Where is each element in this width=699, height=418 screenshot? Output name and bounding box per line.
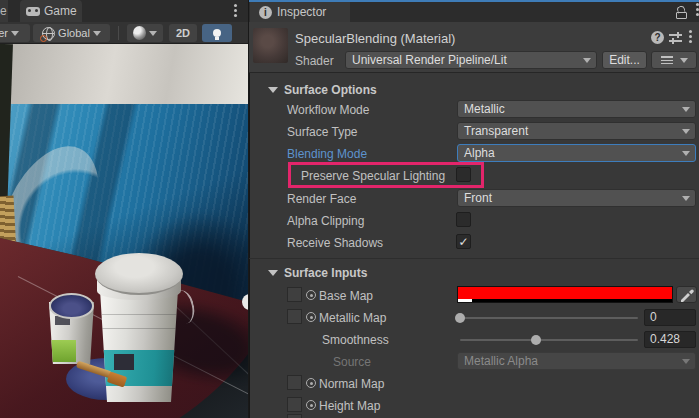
source-value: Metallic Alpha	[464, 354, 538, 368]
smoothness-value-field[interactable]: 0.428	[644, 331, 696, 348]
scene-lighting-toggle[interactable]	[202, 24, 232, 42]
blending-mode-value: Alpha	[464, 146, 495, 160]
render-face-label: Render Face	[287, 192, 356, 206]
surface-type-dropdown[interactable]: Transparent	[457, 122, 696, 140]
gamepad-icon	[26, 7, 40, 16]
normal-map-texture-slot[interactable]	[287, 375, 302, 390]
shader-menu-button[interactable]	[651, 51, 697, 69]
surface-options-foldout[interactable]: Surface Options	[268, 83, 377, 97]
game-tab-label: Game	[44, 4, 77, 18]
chevron-down-icon	[149, 31, 157, 36]
game-menu-kebab-icon[interactable]	[234, 9, 237, 12]
eyedropper-button[interactable]	[676, 286, 697, 303]
info-icon: i	[259, 6, 272, 19]
foldout-triangle-icon	[268, 270, 278, 276]
lightbulb-icon	[213, 29, 221, 37]
height-map-texture-slot[interactable]	[287, 397, 302, 412]
metallic-map-texture-slot[interactable]	[287, 309, 302, 324]
pivot-mode-label: ter	[0, 27, 8, 39]
edit-shader-button[interactable]: Edit...	[602, 51, 647, 69]
base-map-label: Base Map	[319, 289, 373, 303]
chevron-down-icon	[682, 151, 690, 156]
annotation-box	[288, 162, 484, 188]
chevron-down-icon	[682, 359, 690, 364]
workflow-mode-value: Metallic	[464, 102, 505, 116]
texture-target-icon	[306, 290, 316, 300]
base-map-texture-slot[interactable]	[287, 287, 302, 302]
material-preview-thumbnail[interactable]	[253, 28, 288, 63]
tab-game[interactable]: Game	[20, 0, 82, 22]
render-face-dropdown[interactable]: Front	[457, 189, 696, 207]
game-panel: e Game ter Global 2D	[0, 0, 248, 418]
base-map-color-swatch[interactable]	[457, 286, 673, 303]
shading-mode-button[interactable]	[127, 24, 163, 42]
globe-icon	[42, 27, 55, 40]
texture-target-icon	[306, 400, 316, 410]
toolbar-divider	[118, 26, 119, 40]
partial-tab[interactable]: e	[0, 0, 8, 22]
metallic-slider-handle[interactable]	[455, 313, 465, 323]
bucket-lid	[95, 253, 183, 295]
blending-mode-label: Blending Mode	[287, 147, 367, 161]
unpainted-wall-top	[0, 44, 248, 104]
help-icon[interactable]: ?	[651, 31, 664, 44]
game-tab-bar: e Game	[0, 0, 248, 22]
unity-editor: e Game ter Global 2D	[0, 0, 699, 418]
game-viewport[interactable]	[0, 44, 248, 418]
chevron-down-icon	[682, 129, 690, 134]
metallic-slider[interactable]	[460, 317, 638, 319]
lock-open-icon[interactable]	[676, 6, 687, 19]
bucket-logo	[114, 354, 134, 370]
smoothness-slider[interactable]	[460, 339, 638, 341]
paint-can-opening	[49, 293, 94, 319]
chevron-down-icon	[680, 58, 688, 63]
bucket-ring	[102, 314, 177, 315]
base-map-alpha-strip	[458, 299, 672, 302]
orientation-global-button[interactable]: Global	[33, 24, 110, 42]
shaded-sphere-icon	[133, 26, 146, 40]
pivot-mode-button[interactable]: ter	[0, 24, 30, 42]
surface-type-label: Surface Type	[287, 125, 358, 139]
can-green-label	[50, 340, 76, 362]
list-icon	[661, 56, 673, 65]
chevron-down-icon	[93, 31, 101, 36]
receive-shadows-label: Receive Shadows	[287, 236, 383, 250]
surface-inputs-foldout[interactable]: Surface Inputs	[268, 266, 367, 280]
section-divider	[249, 258, 699, 259]
metallic-map-label: Metallic Map	[319, 311, 386, 325]
chevron-down-icon	[583, 58, 591, 63]
presets-icon[interactable]	[669, 32, 682, 44]
material-title: SpecularBlending (Material)	[295, 31, 455, 46]
orientation-label: Global	[58, 27, 90, 39]
material-kebab-icon[interactable]	[689, 35, 692, 38]
workflow-mode-dropdown[interactable]: Metallic	[457, 100, 696, 118]
metallic-value-field[interactable]: 0	[644, 309, 696, 326]
bucket-ring	[102, 328, 177, 329]
inspector-tab-label: Inspector	[277, 5, 326, 19]
receive-shadows-checkbox[interactable]: ✓	[456, 234, 471, 249]
chevron-down-icon	[682, 196, 690, 201]
alpha-clipping-label: Alpha Clipping	[287, 214, 364, 228]
surface-inputs-header: Surface Inputs	[284, 266, 367, 280]
surface-type-value: Transparent	[464, 124, 528, 138]
texture-target-icon	[306, 378, 316, 388]
workflow-mode-label: Workflow Mode	[287, 103, 369, 117]
height-map-label: Height Map	[319, 399, 380, 413]
tab-inspector[interactable]: i Inspector	[250, 2, 350, 22]
2d-label: 2D	[176, 27, 190, 39]
shader-dropdown[interactable]: Universal Render Pipeline/Lit	[345, 51, 597, 69]
texture-target-icon	[306, 312, 316, 322]
chevron-down-icon	[11, 31, 19, 36]
surface-options-header: Surface Options	[284, 83, 377, 97]
occlusion-map-texture-slot[interactable]	[287, 414, 302, 418]
shader-label: Shader	[295, 54, 334, 68]
normal-map-label: Normal Map	[319, 377, 384, 391]
alpha-clipping-checkbox[interactable]	[456, 212, 471, 227]
paint-bucket	[98, 284, 180, 402]
game-toolbar: ter Global 2D	[0, 22, 248, 44]
source-dropdown: Metallic Alpha	[457, 352, 696, 370]
blending-mode-dropdown[interactable]: Alpha	[457, 144, 696, 162]
foldout-triangle-icon	[268, 87, 278, 93]
source-label: Source	[333, 355, 371, 369]
toggle-2d-button[interactable]: 2D	[169, 24, 197, 42]
